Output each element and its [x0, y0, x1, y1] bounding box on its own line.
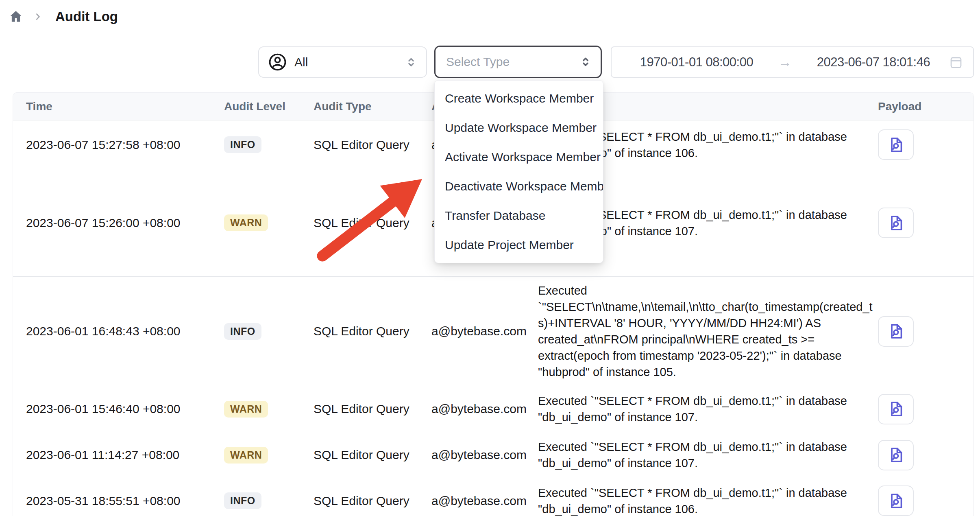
cell-time: 2023-06-01 16:48:43 +08:00 [13, 324, 224, 338]
file-search-icon [887, 446, 904, 464]
menu-item-update-workspace-member[interactable]: Update Workspace Member [435, 113, 603, 142]
arrow-right-icon: → [772, 54, 798, 70]
cell-comment: Executed `"SELECT * FROM db_ui_demo.t1;"… [538, 479, 878, 516]
cell-audit-type: SQL Editor Query [314, 402, 431, 416]
type-filter-placeholder: Select Type [446, 55, 579, 69]
breadcrumb: Audit Log [8, 9, 118, 24]
cell-audit-type: SQL Editor Query [314, 494, 431, 508]
type-filter-dropdown-menu: Create Workspace Member Update Workspace… [434, 80, 603, 263]
file-search-icon [887, 214, 904, 232]
calendar-icon [949, 55, 963, 70]
menu-item-create-workspace-member[interactable]: Create Workspace Member [435, 84, 603, 113]
cell-comment: Executed `"SELECT\n\tname,\n\temail,\n\t… [538, 277, 878, 386]
cell-time: 2023-06-01 11:14:27 +08:00 [13, 448, 224, 462]
actor-filter-value: All [294, 55, 404, 69]
column-header-payload: Payload [878, 100, 973, 113]
menu-item-activate-workspace-member[interactable]: Activate Workspace Member [435, 142, 603, 172]
home-icon[interactable] [8, 9, 24, 24]
cell-audit-type: SQL Editor Query [314, 138, 431, 152]
cell-comment: Executed `"SELECT * FROM db_ui_demo.t1;"… [538, 433, 878, 477]
cell-audit-type: SQL Editor Query [314, 448, 431, 462]
column-header-audit-level: Audit Level [224, 100, 314, 113]
file-search-icon [887, 322, 904, 340]
date-range-start[interactable]: 1970-01-01 08:00:00 [621, 55, 772, 70]
table-row: 2023-06-01 15:46:40 +08:00 WARN SQL Edit… [13, 386, 973, 432]
audit-level-badge: WARN [224, 401, 268, 418]
cell-actor: a@bytebase.com [431, 324, 538, 338]
audit-level-badge: WARN [224, 214, 268, 231]
cell-actor: a@bytebase.com [431, 402, 538, 416]
type-filter-select[interactable]: Select Type [434, 46, 602, 78]
menu-item-transfer-database[interactable]: Transfer Database [435, 201, 603, 230]
chevron-right-icon [33, 11, 43, 22]
view-payload-button[interactable] [878, 394, 914, 424]
audit-log-page: Audit Log All Select Type 1970-01-01 08:… [0, 0, 980, 516]
view-payload-button[interactable] [878, 208, 914, 238]
view-payload-button[interactable] [878, 129, 914, 160]
file-search-icon [887, 136, 904, 154]
cell-comment: Executed `"SELECT * FROM db_ui_demo.t1;"… [538, 387, 878, 431]
table-row: 2023-06-01 16:48:43 +08:00 INFO SQL Edit… [13, 277, 973, 386]
audit-level-badge: INFO [224, 323, 261, 340]
cell-actor: a@bytebase.com [431, 494, 538, 508]
file-search-icon [887, 400, 904, 418]
audit-level-badge: INFO [224, 492, 261, 509]
table-row: 2023-05-31 18:55:51 +08:00 INFO SQL Edit… [13, 478, 973, 516]
column-header-audit-type: Audit Type [314, 100, 431, 113]
view-payload-button[interactable] [878, 485, 914, 516]
chevron-up-down-icon [404, 55, 418, 69]
cell-audit-type: SQL Editor Query [314, 216, 431, 230]
audit-level-badge: WARN [224, 447, 268, 464]
cell-time: 2023-06-07 15:27:58 +08:00 [13, 138, 224, 152]
date-range-picker[interactable]: 1970-01-01 08:00:00 → 2023-06-07 18:01:4… [611, 46, 974, 78]
audit-level-badge: INFO [224, 136, 261, 153]
cell-actor: a@bytebase.com [431, 448, 538, 462]
cell-time: 2023-06-07 15:26:00 +08:00 [13, 216, 224, 230]
cell-time: 2023-06-01 15:46:40 +08:00 [13, 402, 224, 416]
actor-filter-select[interactable]: All [258, 46, 427, 78]
view-payload-button[interactable] [878, 316, 914, 347]
cell-time: 2023-05-31 18:55:51 +08:00 [13, 494, 224, 508]
file-search-icon [887, 492, 904, 510]
table-row: 2023-06-01 11:14:27 +08:00 WARN SQL Edit… [13, 432, 973, 478]
menu-item-update-project-member[interactable]: Update Project Member [435, 230, 603, 260]
chevron-up-down-icon [579, 55, 592, 69]
cell-audit-type: SQL Editor Query [314, 324, 431, 338]
view-payload-button[interactable] [878, 440, 914, 470]
date-range-end[interactable]: 2023-06-07 18:01:46 [798, 55, 949, 70]
page-title: Audit Log [55, 9, 118, 24]
column-header-time: Time [13, 100, 224, 113]
person-circle-icon [268, 52, 287, 72]
menu-item-deactivate-workspace-member[interactable]: Deactivate Workspace Member [435, 172, 603, 201]
